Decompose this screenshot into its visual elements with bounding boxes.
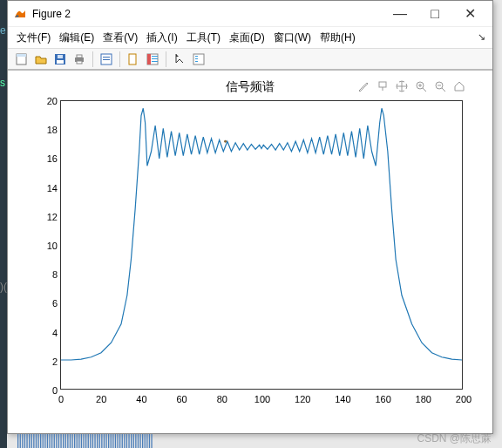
x-tick: 120 xyxy=(295,394,310,404)
edit-plot-button[interactable] xyxy=(171,51,188,68)
svg-rect-73 xyxy=(126,434,127,448)
svg-rect-51 xyxy=(77,434,78,448)
y-tick: 6 xyxy=(35,298,58,309)
menu-edit[interactable]: 编辑(E) xyxy=(59,31,94,45)
svg-rect-62 xyxy=(101,434,102,448)
title-bar: Figure 2 — □ ✕ xyxy=(8,1,492,27)
matlab-logo-icon xyxy=(13,7,27,21)
colorbar-button[interactable] xyxy=(144,51,161,68)
svg-rect-9 xyxy=(103,57,110,58)
svg-rect-40 xyxy=(51,434,52,448)
link-plot-button[interactable] xyxy=(125,51,142,68)
svg-rect-69 xyxy=(117,434,118,448)
svg-rect-75 xyxy=(131,434,132,448)
menu-insert[interactable]: 插入(I) xyxy=(146,31,177,45)
svg-rect-63 xyxy=(104,434,105,448)
new-figure-button[interactable] xyxy=(13,51,31,68)
y-tick: 18 xyxy=(35,125,58,135)
svg-rect-20 xyxy=(195,61,198,62)
svg-rect-78 xyxy=(138,434,139,448)
svg-rect-46 xyxy=(65,434,66,448)
menu-tools[interactable]: 工具(T) xyxy=(187,31,220,45)
close-button[interactable]: ✕ xyxy=(452,2,487,26)
y-tick: 4 xyxy=(35,328,58,338)
y-tick: 8 xyxy=(35,269,58,280)
svg-rect-81 xyxy=(145,434,146,448)
svg-rect-10 xyxy=(103,59,110,60)
svg-rect-29 xyxy=(26,434,27,448)
x-tick: 100 xyxy=(254,394,270,404)
toolbar xyxy=(8,48,492,71)
svg-rect-66 xyxy=(111,434,112,448)
menu-desktop[interactable]: 桌面(D) xyxy=(229,31,265,45)
svg-rect-52 xyxy=(78,434,79,448)
svg-point-24 xyxy=(224,140,227,143)
svg-rect-1 xyxy=(17,54,26,57)
svg-rect-30 xyxy=(29,434,30,448)
svg-rect-74 xyxy=(128,434,129,448)
svg-rect-34 xyxy=(37,434,38,448)
zoom-out-icon[interactable] xyxy=(433,79,447,93)
x-tick: 200 xyxy=(456,394,471,404)
x-tick: 140 xyxy=(335,394,350,404)
brush-icon[interactable] xyxy=(356,79,370,93)
svg-rect-68 xyxy=(115,434,116,448)
svg-rect-80 xyxy=(142,434,143,448)
svg-rect-39 xyxy=(49,434,50,448)
svg-rect-3 xyxy=(57,60,64,64)
print-preview-button[interactable] xyxy=(98,51,115,68)
svg-rect-65 xyxy=(108,434,109,448)
plot-area: 信号频谱 02468101214161820020406080100120140… xyxy=(18,76,482,423)
menu-window[interactable]: 窗口(W) xyxy=(274,31,311,45)
open-button[interactable] xyxy=(32,51,50,68)
svg-rect-16 xyxy=(152,61,158,62)
svg-rect-41 xyxy=(54,434,55,448)
svg-rect-70 xyxy=(119,434,120,448)
maximize-button[interactable]: □ xyxy=(417,2,452,26)
svg-rect-59 xyxy=(94,434,95,448)
watermark: CSDN @陈思蔴 xyxy=(417,431,492,446)
y-tick: 20 xyxy=(35,96,58,106)
svg-rect-44 xyxy=(60,434,61,448)
insert-legend-button[interactable] xyxy=(190,51,207,68)
svg-rect-55 xyxy=(85,434,86,448)
svg-rect-64 xyxy=(105,434,106,448)
menu-bar: 文件(F) 编辑(E) 查看(V) 插入(I) 工具(T) 桌面(D) 窗口(W… xyxy=(8,27,492,48)
svg-rect-15 xyxy=(152,58,158,59)
y-tick: 10 xyxy=(35,241,58,251)
y-tick: 2 xyxy=(35,356,58,367)
home-icon[interactable] xyxy=(452,79,466,93)
x-tick: 160 xyxy=(375,394,390,404)
dock-toggle-button[interactable]: ↘ xyxy=(478,31,485,43)
axes[interactable]: 0246810121416182002040608010012014016018… xyxy=(60,100,463,390)
menu-view[interactable]: 查看(V) xyxy=(103,31,138,45)
svg-rect-25 xyxy=(17,434,18,448)
svg-rect-32 xyxy=(33,434,34,448)
svg-rect-67 xyxy=(112,434,113,448)
svg-rect-14 xyxy=(152,56,158,57)
minimize-button[interactable]: — xyxy=(383,2,417,26)
svg-rect-19 xyxy=(195,58,198,59)
svg-rect-21 xyxy=(379,82,386,87)
x-tick: 60 xyxy=(176,394,187,404)
menu-help[interactable]: 帮助(H) xyxy=(320,31,356,45)
pan-icon[interactable] xyxy=(395,79,409,93)
zoom-in-icon[interactable] xyxy=(414,79,428,93)
svg-rect-37 xyxy=(44,434,45,448)
x-tick: 180 xyxy=(416,394,431,404)
svg-rect-35 xyxy=(40,434,41,448)
svg-rect-42 xyxy=(56,434,57,448)
chart-line xyxy=(61,101,462,389)
svg-rect-4 xyxy=(58,55,63,58)
menu-file[interactable]: 文件(F) xyxy=(17,31,51,45)
x-tick: 40 xyxy=(136,394,146,404)
svg-rect-36 xyxy=(43,434,44,448)
x-tick: 80 xyxy=(217,394,227,404)
datatip-icon[interactable] xyxy=(376,79,390,93)
save-button[interactable] xyxy=(51,51,69,68)
svg-rect-49 xyxy=(71,434,72,448)
figure-window: Figure 2 — □ ✕ ↘ 文件(F) 编辑(E) 查看(V) 插入(I)… xyxy=(7,0,493,434)
svg-rect-18 xyxy=(195,56,198,57)
svg-rect-83 xyxy=(149,434,150,448)
print-button[interactable] xyxy=(71,51,88,68)
